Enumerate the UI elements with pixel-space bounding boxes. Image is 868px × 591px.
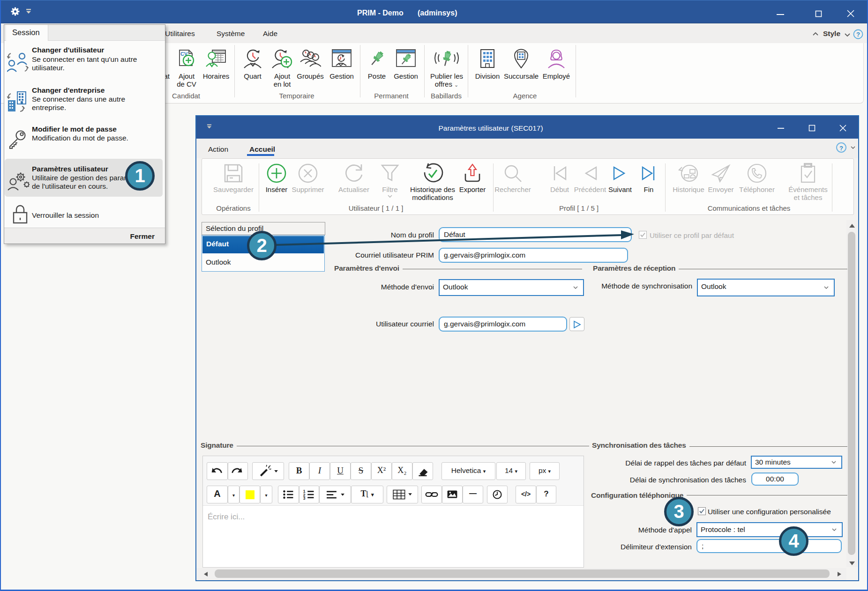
svg-text:?: ? xyxy=(856,31,860,38)
svg-text:?: ? xyxy=(839,145,843,152)
svg-text:3: 3 xyxy=(303,496,306,501)
